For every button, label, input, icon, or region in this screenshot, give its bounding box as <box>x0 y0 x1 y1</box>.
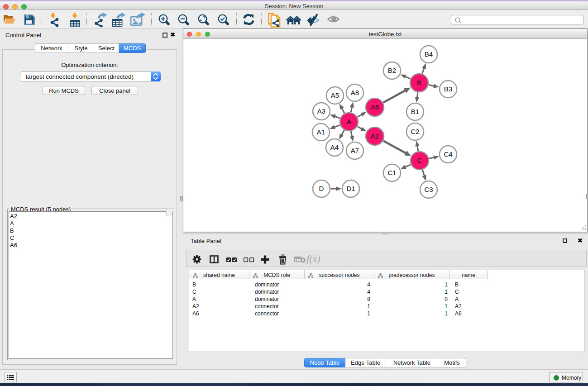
svg-text:Memory: Memory <box>562 375 581 381</box>
svg-text:A8: A8 <box>351 89 359 96</box>
svg-text:B3: B3 <box>444 85 452 93</box>
svg-text:A4: A4 <box>330 143 339 151</box>
svg-text:A5: A5 <box>331 91 339 99</box>
svg-text:C: C <box>417 157 422 164</box>
svg-text:C2: C2 <box>411 128 419 135</box>
svg-text:D: D <box>319 185 324 192</box>
svg-text:C3: C3 <box>424 186 433 193</box>
svg-text:C1: C1 <box>387 169 396 176</box>
svg-text:A1: A1 <box>317 128 325 136</box>
svg-text:A: A <box>347 118 351 125</box>
svg-text:B: B <box>417 79 421 86</box>
svg-text:B1: B1 <box>411 108 419 115</box>
svg-text:D1: D1 <box>346 185 355 192</box>
svg-text:C4: C4 <box>444 150 452 158</box>
svg-text:A3: A3 <box>317 107 325 115</box>
svg-text:A7: A7 <box>351 147 359 154</box>
svg-text:B4: B4 <box>425 50 433 58</box>
svg-text:A6: A6 <box>371 103 379 111</box>
svg-text:B2: B2 <box>388 67 396 74</box>
svg-text:A2: A2 <box>371 132 379 140</box>
